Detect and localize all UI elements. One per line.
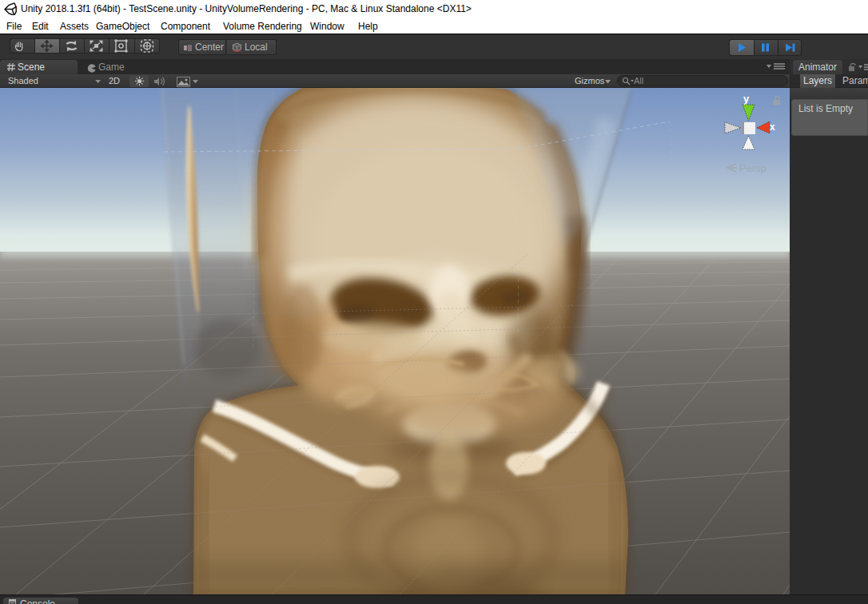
svg-text:y: y bbox=[743, 93, 750, 105]
svg-text:Persp: Persp bbox=[739, 162, 766, 174]
svg-text:x: x bbox=[770, 121, 775, 133]
